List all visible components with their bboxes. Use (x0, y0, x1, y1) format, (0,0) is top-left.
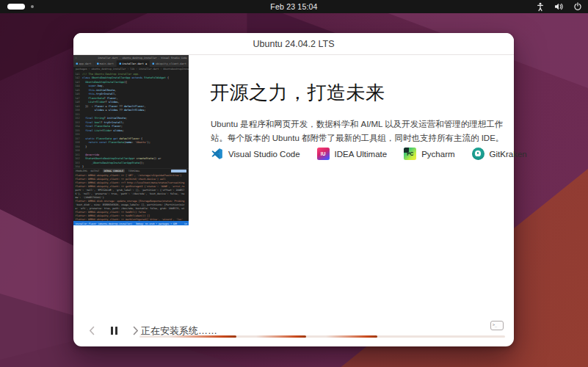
editor-tab: installer.dart● (117, 60, 150, 67)
power-icon (573, 2, 582, 11)
window-title: Ubuntu 24.04.2 LTS (253, 39, 335, 49)
statusbar-mid: Debug: no-stub • packages • GDB (136, 222, 177, 225)
installer-window: Ubuntu 24.04.2 LTS ⋯ installer.dart - ub… (73, 33, 514, 346)
app-item-vscode: Visual Studio Code (211, 148, 300, 160)
vscode-menu-icon: ⋯ (76, 57, 77, 59)
app-label: GitKraken (490, 150, 527, 159)
statusbar-right: Ln 163, Col 1 (184, 222, 189, 225)
log-terminal-toggle-button[interactable]: >_ (490, 321, 504, 330)
vscode-code-editor: 141/// The Ubuntu Desktop installer app.… (73, 71, 189, 168)
app-item-gitkraken: GitKraken (472, 148, 527, 160)
install-progress-bar (139, 335, 505, 338)
pycharm-icon: PC (404, 148, 416, 160)
vscode-panel-tabs: PROBLEMSOUTPUTDEBUG CONSOLETERMINAL (73, 168, 189, 173)
ide-app-list: Visual Studio Code IU IDEA Ultimate PC P… (211, 148, 527, 160)
panel-tab: DEBUG CONSOLE (103, 170, 125, 173)
top-bar: Feb 23 15:04 (0, 0, 588, 13)
vscode-titlebar: ⋯ installer.dart - ubuntu_desktop_instal… (73, 55, 189, 60)
workspace-indicator-pill[interactable] (7, 4, 25, 10)
workspace-indicator-dot[interactable] (31, 5, 34, 8)
slide-body: Ubuntu 是程序和网页开发，数据科学和 AI/ML 以及开发运营和管理的理想… (211, 117, 507, 145)
progress-dash (256, 335, 305, 338)
quick-settings[interactable] (536, 0, 582, 13)
panel-tab: OUTPUT (91, 170, 100, 172)
progress-dash (169, 335, 236, 338)
debug-filter-input (171, 170, 186, 172)
app-item-pycharm: PC Pycharm (404, 148, 454, 160)
app-item-idea: IU IDEA Ultimate (317, 148, 388, 160)
vscode-icon (211, 148, 223, 160)
accessibility-icon (536, 2, 545, 12)
clock-menu[interactable]: Feb 23 15:04 (270, 2, 317, 11)
slide-heading: 开源之力，打造未来 (210, 80, 385, 106)
statusbar-left: installer_flavor (ubuntu-desktop-install… (76, 222, 133, 225)
window-titlebar[interactable]: Ubuntu 24.04.2 LTS (73, 33, 514, 55)
previous-slide-button[interactable] (84, 324, 99, 337)
gitkraken-icon (472, 148, 484, 160)
terminal-prompt-icon: >_ (493, 322, 497, 327)
slideshow-controls (84, 324, 143, 337)
pause-icon (111, 327, 117, 335)
volume-icon (554, 2, 564, 11)
chevron-left-icon (89, 326, 95, 335)
chevron-right-icon (133, 326, 139, 335)
vscode-screenshot: ⋯ installer.dart - ubuntu_desktop_instal… (73, 55, 189, 225)
app-label: Visual Studio Code (228, 150, 300, 159)
app-label: IDEA Ultimate (335, 150, 388, 159)
vscode-statusbar: installer_flavor (ubuntu-desktop-install… (73, 221, 189, 225)
app-label: Pycharm (421, 150, 454, 159)
idea-ultimate-icon: IU (317, 148, 330, 160)
vscode-tabbar: app.dartmain.dartinstaller.dart●ubiquity… (73, 60, 189, 67)
panel-tab: TERMINAL (128, 170, 140, 172)
pause-slideshow-button[interactable] (106, 324, 121, 337)
vscode-debug-console: flutter: DEBUG ubiquity_client: >> ['GET… (73, 173, 189, 221)
progress-dash (326, 335, 377, 338)
editor-tab: main.dart (94, 60, 116, 67)
panel-tab: PROBLEMS (76, 170, 87, 172)
editor-tab: app.dart (73, 60, 94, 67)
editor-tab: ubiquity_client.dart (150, 60, 189, 67)
vscode-window-title: installer.dart - ubuntu_desktop_installe… (98, 57, 186, 59)
